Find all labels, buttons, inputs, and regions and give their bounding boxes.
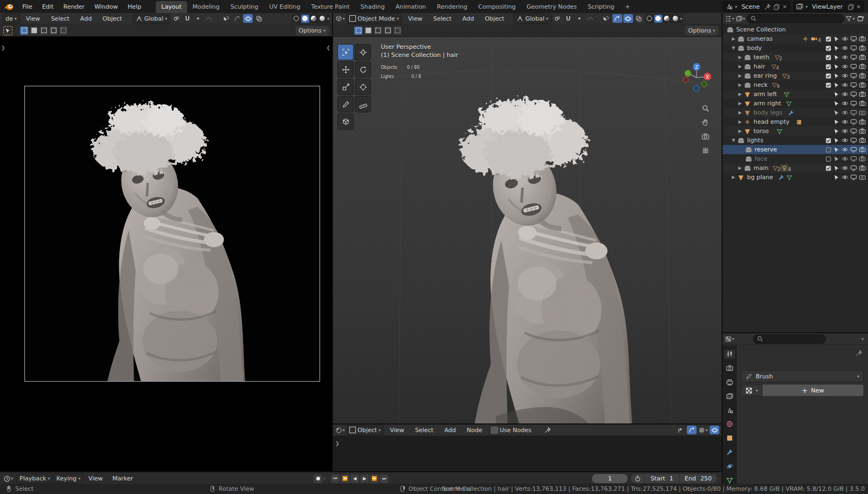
select-mode-new-button[interactable]: [20, 27, 28, 35]
snap-node-toggle[interactable]: [687, 426, 697, 434]
gizmo-toggle[interactable]: [232, 14, 242, 23]
zoom-icon[interactable]: [700, 103, 711, 113]
pin-icon[interactable]: [542, 426, 552, 434]
expand-arrow-icon[interactable]: ▶: [730, 36, 737, 41]
keying-menu[interactable]: Keying▾: [53, 473, 84, 484]
tab-object[interactable]: [724, 434, 735, 443]
render-disable-icon[interactable]: [859, 91, 866, 98]
new-collection-button[interactable]: [856, 14, 866, 23]
hide-eye-icon[interactable]: [841, 100, 848, 107]
outliner-row-arm-right[interactable]: ▶ ▼ arm right: [723, 99, 868, 108]
tab-scene[interactable]: [724, 406, 735, 415]
tab-layout[interactable]: Layout: [156, 1, 187, 13]
sidebar-expand-icon[interactable]: ❯: [335, 441, 340, 446]
menu-help[interactable]: Help: [123, 2, 146, 12]
go-to-parent-button[interactable]: [675, 426, 685, 434]
outliner-row-lights[interactable]: ▼ lights: [723, 136, 868, 145]
tab-modifiers[interactable]: [724, 448, 735, 457]
wireframe-shading-button[interactable]: [292, 15, 301, 23]
selectable-icon[interactable]: [833, 54, 840, 61]
display-mode-dropdown[interactable]: ▾: [736, 14, 745, 23]
expand-arrow-icon[interactable]: ▶: [737, 83, 743, 87]
viewport-disable-icon[interactable]: [850, 164, 857, 172]
menu-add[interactable]: Add: [75, 14, 97, 24]
annotate-tool[interactable]: [337, 96, 354, 112]
outliner-row-face[interactable]: face: [723, 154, 868, 163]
xray-toggle[interactable]: [634, 14, 644, 23]
shading-dropdown-icon[interactable]: ▾: [680, 16, 682, 21]
tab-output[interactable]: [724, 378, 735, 387]
exclude-checkbox[interactable]: [825, 82, 832, 88]
editor-type-dropdown[interactable]: ▾: [335, 426, 345, 434]
viewport-disable-icon[interactable]: [850, 100, 857, 107]
menu-view[interactable]: View: [21, 14, 45, 24]
viewport-disable-icon[interactable]: [850, 155, 857, 162]
exclude-checkbox[interactable]: [825, 137, 832, 144]
end-frame-field[interactable]: End250: [679, 474, 717, 483]
move-tool[interactable]: [337, 61, 354, 78]
viewport-disable-icon[interactable]: [850, 109, 857, 116]
use-preview-range-button[interactable]: [631, 474, 644, 483]
next-keyframe-button[interactable]: ⏩: [370, 474, 379, 483]
add-cube-tool[interactable]: [337, 113, 354, 130]
selectable-icon[interactable]: [833, 174, 840, 181]
center-viewport-canvas[interactable]: User Perspective (1) Scene Collection | …: [333, 36, 722, 423]
expand-arrow-icon[interactable]: ▶: [737, 166, 743, 170]
selectable-icon[interactable]: [833, 82, 840, 88]
transform-orientation-dropdown[interactable]: Global▾: [132, 14, 170, 24]
exclude-checkbox[interactable]: [825, 73, 832, 79]
outliner-row-teeth[interactable]: ▶ teeth ▽2: [723, 53, 868, 62]
selectable-icon[interactable]: [833, 45, 840, 52]
ortho-toggle-icon[interactable]: [700, 145, 711, 156]
viewport-disable-icon[interactable]: [850, 54, 857, 61]
menu-window[interactable]: Window: [90, 2, 123, 12]
proportional-edit-toggle[interactable]: [193, 14, 203, 23]
properties-search-input[interactable]: [753, 334, 826, 344]
playback-menu[interactable]: Playback▾: [16, 473, 53, 484]
toolbar-expand-icon[interactable]: ❯: [1, 45, 5, 50]
viewport-disable-icon[interactable]: [850, 174, 857, 181]
outliner-row-main[interactable]: ▶ main ▽2 8: [723, 163, 868, 173]
exclude-checkbox[interactable]: [825, 45, 832, 52]
editor-type-dropdown[interactable]: ▾: [335, 14, 345, 23]
render-disable-icon[interactable]: [859, 72, 866, 79]
viewport-disable-icon[interactable]: [850, 72, 857, 79]
tab-world[interactable]: [724, 420, 735, 429]
snap-toggle[interactable]: [182, 14, 192, 23]
outliner-row-scene-collection[interactable]: Scene Collection: [723, 25, 868, 34]
close-icon[interactable]: ✕: [857, 4, 861, 10]
menu-object[interactable]: Object: [480, 14, 509, 24]
selectable-icon[interactable]: [833, 110, 840, 116]
outliner-row-cameras[interactable]: ▶ cameras 4: [723, 34, 868, 43]
exclude-checkbox[interactable]: [825, 156, 832, 162]
editor-type-dropdown[interactable]: ▾: [725, 14, 735, 23]
viewport-disable-icon[interactable]: [850, 137, 857, 144]
navigation-gizmo[interactable]: Z X: [679, 60, 714, 95]
proportional-edit-toggle[interactable]: [575, 14, 584, 23]
new-brush-button[interactable]: + New: [762, 384, 864, 396]
render-disable-icon[interactable]: [859, 155, 866, 162]
expand-arrow-icon[interactable]: ▶: [737, 119, 743, 124]
scene-selector[interactable]: ▾ Scene ✕: [723, 1, 790, 12]
options-chevron-icon[interactable]: ▾: [861, 337, 866, 341]
left-viewport-canvas[interactable]: ❯ ❮: [0, 36, 332, 471]
overlays-toggle[interactable]: [243, 14, 253, 23]
hide-eye-icon[interactable]: [841, 146, 848, 153]
editor-type-dropdown[interactable]: ▾: [3, 474, 13, 483]
exclude-checkbox[interactable]: [825, 165, 832, 172]
outliner-row-neck[interactable]: ▶ neck ▽9: [723, 80, 868, 90]
mode-dropdown-truncated[interactable]: de▾: [2, 14, 20, 24]
outliner-row-ear-ring[interactable]: ▶ ear ring ▽3: [723, 71, 868, 80]
render-disable-icon[interactable]: [859, 137, 866, 144]
pin-icon[interactable]: [764, 3, 771, 10]
transform-tool[interactable]: [355, 79, 371, 95]
hide-eye-icon[interactable]: [841, 81, 848, 88]
selectable-icon[interactable]: [833, 165, 840, 172]
menu-node[interactable]: Node: [462, 425, 487, 435]
render-disable-icon[interactable]: [859, 35, 866, 42]
filter-dropdown[interactable]: ▾: [845, 14, 855, 23]
select-mode-extend-button[interactable]: [364, 27, 372, 35]
outliner-row-hair[interactable]: ▶ hair ▽4: [723, 62, 868, 71]
menu-select[interactable]: Select: [410, 425, 438, 435]
render-disable-icon[interactable]: [859, 164, 866, 172]
